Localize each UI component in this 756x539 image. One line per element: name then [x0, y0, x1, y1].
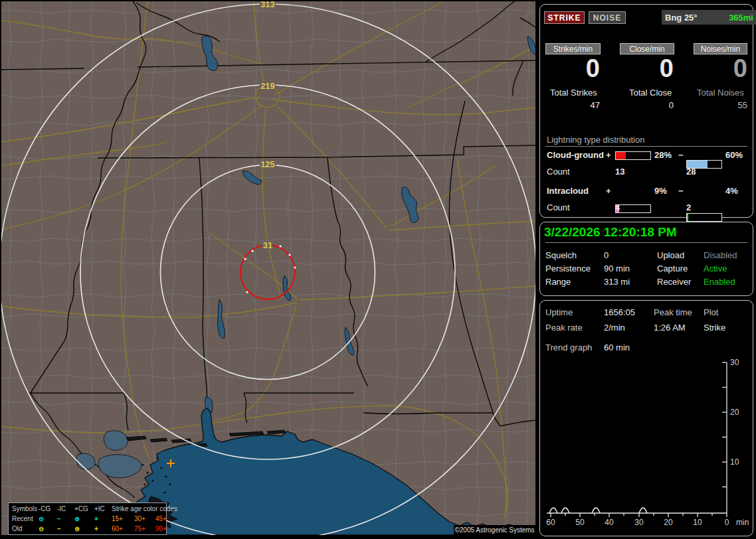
ic-minus-bar [686, 213, 722, 222]
trend-panel: Uptime 1656:05 Peak time Plot Peak rate … [539, 300, 753, 536]
age-60: 60+ [112, 525, 134, 532]
total-close-value: 0 [620, 100, 674, 110]
ic-plus-pct: 9% [654, 186, 667, 196]
cg-minus-pct: 60% [725, 150, 743, 160]
noise-button[interactable]: NOISE [589, 11, 626, 24]
cg-plus-count: 13 [615, 167, 624, 177]
ic-minus-sign: − [678, 186, 684, 196]
old-pos-cg-icon: ⊕ [74, 525, 94, 532]
strike-counters-panel: STRIKE NOISE Bng 25° 365mi Strikes/min C… [539, 4, 753, 218]
symbol-legend: Symbols -CG -IC +CG +IC Strike age color… [8, 502, 167, 535]
xtick-0: 0 [725, 518, 729, 527]
bearing-range-display: Bng 25° 365mi [662, 10, 756, 25]
total-strikes-value: 47 [545, 100, 600, 110]
bearing-value: Bng 25° [665, 13, 698, 23]
nexstorm-app: { "map": { "rings": ["313", "219", "125"… [0, 0, 756, 539]
recent-pos-cg-icon: ⊕ [74, 515, 94, 522]
ring-label-313: 313 [260, 0, 275, 9]
total-strikes-label: Total Strikes [550, 88, 597, 98]
receiver-label: Receiver [657, 277, 691, 287]
age-90: 90+ [155, 525, 168, 532]
cg-plus-pct: 28% [654, 150, 672, 160]
capture-label: Capture [657, 264, 688, 273]
range-value: 313 mi [604, 277, 630, 287]
strike-button[interactable]: STRIKE [544, 11, 585, 24]
xtick-60: 60 [546, 518, 555, 527]
map-canvas[interactable]: 313 219 125 31 [0, 0, 537, 536]
copyright-notice: ©2005 Astrogenic Systems [454, 525, 535, 535]
xtick-30: 30 [634, 518, 644, 527]
age-30: 30+ [134, 515, 155, 522]
total-noises-value: 55 [694, 100, 747, 110]
legend-age-header: Strike age color codes [112, 505, 168, 512]
age-15: 15+ [112, 515, 134, 522]
cg-minus-count: 28 [686, 167, 696, 177]
intracloud-label: Intracloud [547, 186, 589, 196]
ic-minus-count: 2 [686, 202, 691, 212]
old-neg-cg-icon: ⊖ [39, 525, 57, 532]
ytick-10: 10 [730, 457, 739, 467]
ic-plus-count: 4 [615, 202, 620, 212]
range-badge: 365mi [729, 13, 753, 23]
datetime-display: 3/22/2026 12:20:18 PM [544, 225, 677, 240]
total-close-label: Total Close [629, 88, 672, 98]
receiver-status: Enabled [704, 277, 735, 287]
squelch-label: Squelch [545, 250, 577, 260]
xtick-20: 20 [664, 518, 673, 527]
ytick-20: 20 [730, 408, 739, 417]
cg-plus-bar [615, 151, 651, 160]
noises-per-min-header[interactable]: Noises/min [694, 43, 747, 54]
legend-col-ncg: -CG [39, 505, 57, 512]
ic-minus-pct: 4% [725, 186, 738, 196]
ring-label-219: 219 [260, 81, 275, 91]
ytick-30: 30 [730, 358, 739, 367]
range-label: Range [545, 277, 571, 287]
total-noises-label: Total Noises [697, 88, 744, 98]
recent-neg-ic-icon: − [57, 515, 74, 522]
legend-col-pic: +IC [94, 505, 112, 512]
xtick-10: 10 [693, 518, 702, 527]
cg-count-label: Count [547, 167, 570, 177]
legend-col-pcg: +CG [74, 505, 94, 512]
squelch-value: 0 [604, 250, 609, 260]
status-panel: 3/22/2026 12:20:18 PM Squelch 0 Upload D… [539, 222, 753, 296]
strikes-rate-value: 0 [545, 54, 600, 83]
close-rate-value: 0 [620, 54, 674, 83]
upload-label: Upload [657, 250, 684, 260]
cg-plus-bar-fill [616, 152, 626, 159]
age-45: 45+ [155, 515, 168, 522]
capture-status: Active [704, 264, 727, 273]
datetime-divider [545, 242, 747, 243]
ic-count-label: Count [547, 202, 570, 212]
cg-plus-sign: + [606, 150, 611, 160]
strikes-per-min-header[interactable]: Strikes/min [545, 43, 601, 54]
age-75: 75+ [134, 525, 155, 532]
cg-minus-sign: − [678, 150, 684, 160]
noises-rate-value: 0 [694, 54, 747, 83]
recent-pos-ic-icon: + [94, 515, 112, 522]
old-pos-ic-icon: + [94, 525, 112, 532]
distribution-title: Lightning type distribution [547, 135, 644, 145]
xtick-50: 50 [575, 518, 585, 527]
legend-recent-label: Recent [12, 515, 39, 522]
upload-status: Disabled [704, 250, 737, 260]
ic-plus-bar [615, 204, 651, 213]
close-per-min-header[interactable]: Close/min [620, 43, 674, 54]
distribution-divider [545, 146, 747, 147]
legend-symbols-header: Symbols [12, 505, 39, 512]
trend-bumps [549, 508, 647, 513]
ic-plus-sign: + [606, 186, 611, 196]
recent-neg-cg-icon: ⊖ [39, 515, 57, 522]
trend-graph: 30 20 10 60 50 40 30 20 10 0 min [540, 301, 753, 536]
ring-label-125: 125 [260, 159, 275, 169]
old-neg-ic-icon: − [57, 525, 74, 532]
legend-old-label: Old [12, 525, 39, 532]
cloud-ground-label: Cloud-ground [547, 150, 604, 160]
persistence-value: 90 min [604, 264, 630, 273]
xtick-40: 40 [605, 518, 614, 527]
legend-col-nic: -IC [57, 505, 74, 512]
persistence-label: Persistence [545, 264, 591, 273]
ring-label-31: 31 [263, 240, 272, 250]
x-unit-label: min [736, 518, 749, 527]
ic-minus-bar-fill [687, 214, 688, 221]
